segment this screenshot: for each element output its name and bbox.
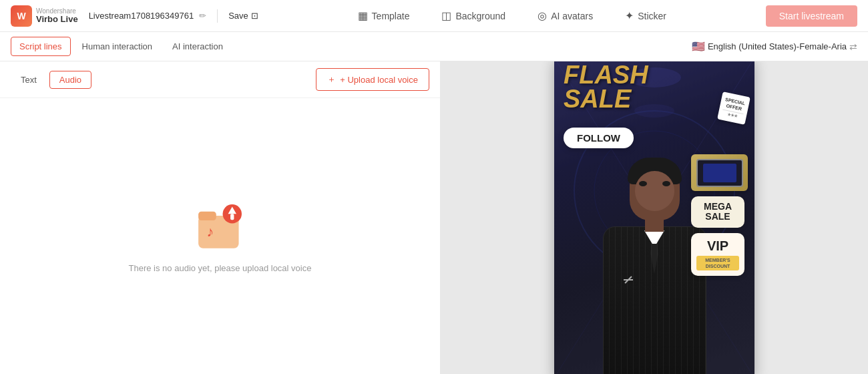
mega-sale-card: MEGA SALE — [691, 196, 744, 228]
left-panel: Text Audio ＋ + Upload local voice — [0, 61, 441, 374]
special-offer-badge: SPECIAL OFFER ★★★ — [717, 91, 750, 125]
nav-background[interactable]: ◫ Background — [436, 7, 511, 25]
sale-label: SALE — [696, 212, 739, 222]
logo-text: Wondershare Virbo Live — [36, 7, 78, 24]
members-discount-label: MEMBER'SDISCOUNT — [696, 256, 739, 270]
vip-label: VIP — [696, 238, 739, 254]
nav-sticker[interactable]: ✦ Sticker — [620, 7, 672, 25]
main-content: Text Audio ＋ + Upload local voice — [0, 61, 868, 374]
ai-avatars-label: AI avatars — [551, 11, 593, 21]
background-label: Background — [455, 11, 505, 21]
sticker-label: Sticker — [638, 11, 666, 21]
sale-text: SALE — [564, 87, 648, 111]
audio-empty-illustration: ♪ — [194, 198, 247, 254]
svg-text:♪: ♪ — [206, 224, 214, 240]
sub-tab-text[interactable]: Text — [11, 71, 47, 89]
app-logo-icon: W — [11, 5, 32, 27]
right-panel-preview: FLASH SALE SPECIAL OFFER ★★★ FOLLOW — [441, 61, 868, 374]
template-label: Template — [372, 11, 410, 21]
tab-human-interaction[interactable]: Human interaction — [73, 37, 162, 56]
flash-sale-header: FLASH SALE — [564, 63, 648, 111]
divider — [217, 9, 218, 23]
top-bar-left: W Wondershare Virbo Live Livestream17081… — [11, 5, 258, 27]
template-icon: ▦ — [358, 9, 368, 22]
vip-card: VIP MEMBER'SDISCOUNT — [691, 233, 744, 276]
audio-illustration: ♪ — [194, 199, 247, 252]
upload-label: + Upload local voice — [340, 75, 418, 85]
svg-rect-4 — [230, 214, 234, 220]
nav-ai-avatars[interactable]: ◎ AI avatars — [532, 7, 598, 25]
save-label: Save — [228, 11, 248, 21]
ai-avatars-icon: ◎ — [537, 9, 547, 22]
top-nav-center: ▦ Template ◫ Background ◎ AI avatars ✦ S… — [353, 7, 672, 25]
upload-plus-icon: ＋ — [327, 73, 336, 85]
edit-project-icon[interactable]: ✏ — [199, 11, 206, 21]
background-icon: ◫ — [441, 9, 451, 22]
product-image — [691, 154, 748, 191]
sale-cards-container: MEGA SALE VIP MEMBER'SDISCOUNT — [691, 154, 748, 276]
person-head — [630, 161, 680, 220]
save-icon: ⊡ — [251, 11, 258, 21]
save-button[interactable]: Save ⊡ — [228, 11, 258, 21]
sticker-icon: ✦ — [625, 9, 634, 22]
language-label: English (United States)-Female-Aria — [708, 41, 847, 51]
svg-rect-1 — [198, 211, 216, 220]
sub-tab-audio[interactable]: Audio — [49, 71, 91, 89]
top-navigation-bar: W Wondershare Virbo Live Livestream17081… — [0, 0, 868, 32]
nav-template[interactable]: ▦ Template — [353, 7, 415, 25]
empty-audio-message: There is no audio yet, please upload loc… — [129, 263, 312, 273]
logo-area: W Wondershare Virbo Live — [11, 5, 78, 27]
swap-icon: ⇄ — [849, 41, 857, 52]
secondary-navigation: Script lines Human interaction AI intera… — [0, 32, 868, 61]
follow-badge: FOLLOW — [564, 128, 634, 148]
start-livestream-button[interactable]: Start livestream — [766, 5, 857, 27]
tab-script-lines[interactable]: Script lines — [11, 37, 71, 56]
flag-icon: 🇺🇸 — [692, 40, 705, 53]
language-selector-area: 🇺🇸 English (United States)-Female-Aria ⇄ — [692, 40, 857, 53]
tab-ai-interaction[interactable]: AI interaction — [164, 37, 232, 56]
logo-product: Virbo Live — [36, 15, 78, 24]
mega-label: MEGA — [696, 202, 739, 212]
flash-text: FLASH — [564, 63, 648, 87]
language-selector[interactable]: 🇺🇸 English (United States)-Female-Aria ⇄ — [692, 40, 857, 53]
project-name: Livestream1708196349761 — [89, 11, 194, 21]
empty-audio-state: ♪ There is no audio yet, please upload l… — [0, 98, 440, 374]
preview-card: FLASH SALE SPECIAL OFFER ★★★ FOLLOW — [554, 61, 754, 374]
upload-local-voice-button[interactable]: ＋ + Upload local voice — [316, 68, 429, 91]
